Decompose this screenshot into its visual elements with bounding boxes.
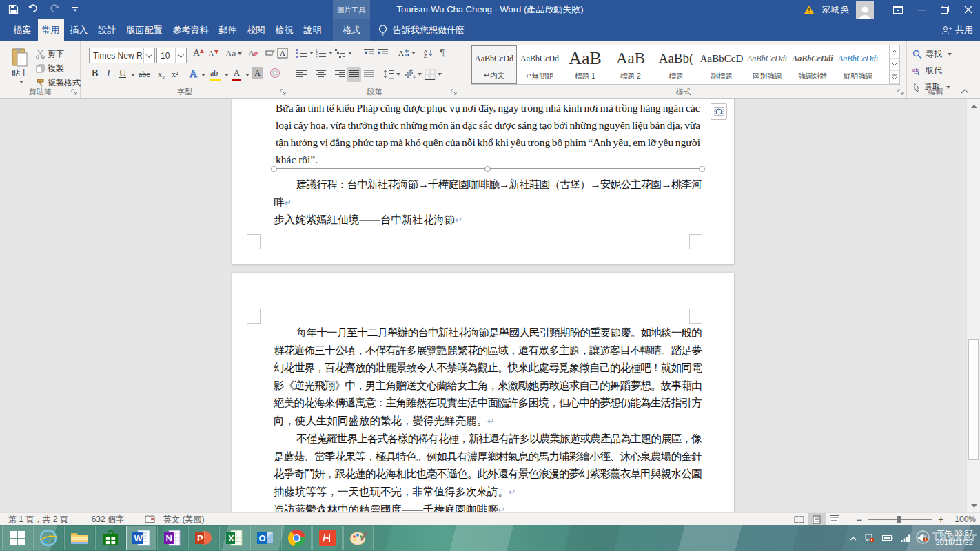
ribbon-tab[interactable]: 檢視	[272, 19, 298, 41]
style-item[interactable]: AaBbCcDd ↵無間距	[517, 45, 562, 84]
font-color-button[interactable]: A	[232, 67, 241, 81]
restore-button[interactable]	[933, 0, 957, 19]
styles-gallery-scroll[interactable]	[890, 45, 900, 85]
taskbar-store[interactable]	[95, 526, 125, 550]
read-mode-button[interactable]	[790, 513, 808, 526]
save-icon[interactable]	[7, 3, 19, 15]
print-layout-button[interactable]	[808, 513, 826, 526]
strikethrough-button[interactable]: abc	[139, 70, 150, 80]
bold-button[interactable]: B	[92, 68, 98, 79]
line-spacing-button[interactable]	[383, 69, 400, 79]
font-name-combo[interactable]: Times New R	[89, 48, 155, 63]
font-dialog-launcher[interactable]	[280, 89, 287, 96]
character-shading-button[interactable]: A	[252, 67, 263, 79]
show-marks-button[interactable]: ¶	[440, 47, 445, 59]
close-button[interactable]	[957, 0, 980, 19]
zoom-out-button[interactable]: −	[853, 514, 866, 526]
taskbar-reader[interactable]	[312, 526, 343, 550]
ribbon-tab[interactable]: 郵件	[215, 19, 241, 41]
enclose-characters-button[interactable]	[269, 67, 280, 79]
distribute-button[interactable]	[364, 70, 374, 79]
proofing-icon[interactable]	[145, 515, 155, 524]
scrollbar-thumb[interactable]	[968, 339, 979, 460]
bullets-button[interactable]	[296, 48, 314, 58]
network-icon[interactable]	[901, 534, 910, 542]
shading-button[interactable]	[404, 69, 422, 79]
clear-formatting-button[interactable]: A	[248, 48, 258, 59]
style-item[interactable]: AaBbCcD 副標題	[699, 45, 744, 84]
tab-format[interactable]: 格式	[333, 19, 370, 41]
style-item[interactable]: AaBb( 標題	[653, 45, 699, 84]
taskbar-explorer[interactable]	[64, 526, 94, 550]
increase-indent-button[interactable]	[378, 48, 388, 58]
find-button[interactable]: 尋找	[912, 48, 952, 60]
resize-handle[interactable]	[484, 166, 491, 172]
ribbon-tab[interactable]: 校閱	[243, 19, 269, 41]
phonetic-guide-button[interactable]	[265, 48, 275, 58]
taskbar-onenote[interactable]: N	[157, 526, 187, 550]
web-layout-button[interactable]	[826, 513, 844, 526]
word-count[interactable]: 632 個字	[92, 514, 124, 526]
taskbar-excel[interactable]: X	[219, 526, 249, 550]
style-item[interactable]: AaBbCcDd ↵內文	[471, 45, 517, 84]
style-item[interactable]: AaBbCcDdi 強調斜體	[790, 45, 835, 84]
zoom-level[interactable]: 100%	[947, 514, 976, 524]
borders-button[interactable]	[425, 69, 442, 80]
taskbar-word[interactable]: W	[126, 526, 156, 550]
paste-button[interactable]: 貼上	[4, 47, 36, 92]
qat-customize-icon[interactable]	[69, 3, 81, 15]
style-item[interactable]: AaBbCcDdi 鮮明強調	[835, 45, 881, 84]
share-button[interactable]: 共用	[941, 19, 973, 41]
sort-button[interactable]: AZ	[424, 48, 434, 58]
ribbon-tab[interactable]: 設計	[94, 19, 121, 41]
justify-button[interactable]	[347, 67, 361, 82]
collapse-ribbon-icon[interactable]	[961, 88, 970, 96]
resize-handle[interactable]	[271, 166, 277, 172]
hidden-icons-chevron[interactable]	[850, 536, 857, 541]
paragraph-dialog-launcher[interactable]	[451, 89, 458, 96]
taskbar-powerpoint[interactable]: P	[188, 526, 218, 550]
action-center-icon[interactable]	[864, 534, 875, 543]
ribbon-tab[interactable]: 插入	[66, 19, 92, 41]
taskbar-start[interactable]	[2, 526, 32, 550]
style-item[interactable]: AaB 標題 1	[562, 45, 608, 84]
ribbon-tab[interactable]: 常用	[38, 19, 64, 41]
taskbar-outlook[interactable]: O	[250, 526, 280, 550]
decrease-indent-button[interactable]	[364, 48, 374, 58]
replace-button[interactable]: ab 取代	[912, 65, 942, 76]
page-indicator[interactable]: 第 1 頁，共 2 頁	[8, 514, 68, 526]
ribbon-tab[interactable]: 檔案	[10, 19, 36, 41]
ribbon-tab[interactable]: 參考資料	[169, 19, 213, 41]
vertical-scrollbar[interactable]	[966, 99, 980, 512]
ribbon-display-options-icon[interactable]	[886, 0, 910, 19]
multilevel-list-button[interactable]	[335, 48, 352, 58]
tell-me-box[interactable]: 告訴我您想做什麼	[378, 19, 465, 41]
language-indicator[interactable]: 英文 (美國)	[163, 514, 204, 526]
taskbar-ie[interactable]: e	[33, 526, 63, 550]
change-case-button[interactable]: Aa	[225, 48, 242, 59]
style-item[interactable]: AaB 標題 2	[608, 45, 653, 84]
minimize-button[interactable]	[910, 0, 933, 19]
highlight-button[interactable]: ab	[210, 67, 221, 81]
styles-dialog-launcher[interactable]	[897, 89, 904, 96]
align-right-button[interactable]	[335, 70, 345, 79]
layout-options-button[interactable]	[711, 103, 727, 120]
character-border-button[interactable]: A	[277, 48, 288, 59]
italic-button[interactable]: I	[107, 68, 110, 79]
battery-icon[interactable]	[882, 534, 893, 541]
copy-button[interactable]: 複製	[36, 61, 81, 76]
clipboard-dialog-launcher[interactable]	[71, 89, 78, 96]
user-name[interactable]: 家城 吳	[822, 4, 849, 16]
shrink-font-button[interactable]: A	[208, 49, 218, 59]
align-center-button[interactable]	[316, 70, 326, 79]
align-left-button[interactable]	[296, 70, 307, 79]
cut-button[interactable]: 剪下	[36, 47, 81, 61]
numbering-button[interactable]: 123	[316, 48, 333, 58]
subscript-button[interactable]: x₂	[158, 70, 165, 80]
ribbon-tab[interactable]: 說明	[300, 19, 326, 41]
underline-button[interactable]: U	[119, 68, 126, 79]
ribbon-tab[interactable]: 版面配置	[123, 19, 167, 41]
font-size-combo[interactable]: 10	[156, 48, 187, 63]
text-effects-button[interactable]: A	[190, 68, 197, 80]
resize-handle[interactable]	[699, 166, 705, 172]
